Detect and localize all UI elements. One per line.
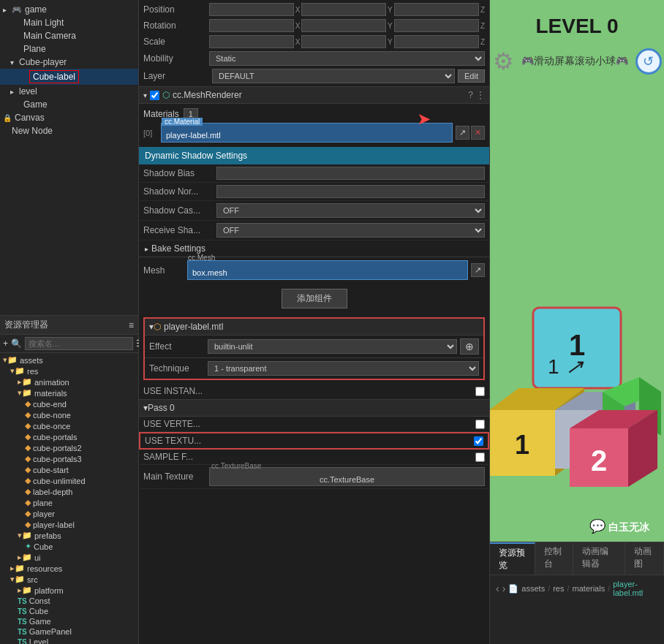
position-y-input[interactable]: 0 xyxy=(301,3,386,16)
material-locate-button[interactable]: ↗ xyxy=(456,126,469,140)
rotation-x-input[interactable]: 0 xyxy=(209,19,294,32)
asset-menu-icon[interactable]: ≡ xyxy=(129,320,134,330)
asset-search-input[interactable] xyxy=(25,337,133,350)
shadow-bias-input[interactable]: 0 xyxy=(216,167,485,180)
asset-item-const[interactable]: TS Const xyxy=(0,596,138,606)
tab-animation-editor[interactable]: 动画编辑器 xyxy=(573,542,625,575)
rotation-z-input[interactable]: 0 xyxy=(394,19,479,32)
asset-item-materials[interactable]: ▾📁 materials xyxy=(0,387,138,398)
mesh-renderer-header[interactable]: ▾ ⬡ cc.MeshRenderer ? ⋮ xyxy=(139,87,489,104)
nav-back-arrow[interactable]: ‹ xyxy=(496,583,499,594)
use-instan-label: USE INSTAN... xyxy=(143,386,475,396)
add-component-button[interactable]: 添加组件 xyxy=(282,289,347,308)
mobility-select[interactable]: Static xyxy=(209,51,485,66)
asset-item-cube-none[interactable]: ◆ cube-none xyxy=(0,409,138,420)
tree-item-game2[interactable]: Game xyxy=(0,98,138,111)
asset-item-label-depth[interactable]: ◆ label-depth xyxy=(0,486,138,497)
inspector-panel: Position 0 X 0 Y 0 Z Rotation xyxy=(139,0,490,644)
asset-item-cube-once[interactable]: ◆ cube-once xyxy=(0,420,138,431)
nav-forward-arrow[interactable]: › xyxy=(502,583,506,594)
asset-item-platform[interactable]: ▸📁 platform xyxy=(0,585,138,596)
mesh-field: cc.Mesh box.mesh xyxy=(187,260,468,280)
mesh-locate-button[interactable]: ↗ xyxy=(471,263,485,277)
tab-assets-preview[interactable]: 资源预览 xyxy=(490,542,535,575)
layer-select[interactable]: DEFAULT xyxy=(212,69,455,83)
use-textu-label: USE TEXTU... xyxy=(145,436,474,446)
asset-item-game-ts[interactable]: TS Game xyxy=(0,616,138,626)
tree-item-plane[interactable]: Plane xyxy=(0,42,138,56)
tab-control-panel[interactable]: 控制台 xyxy=(535,542,574,575)
asset-item-player-label[interactable]: ◆ player-label xyxy=(0,519,138,530)
mesh-renderer-checkbox[interactable] xyxy=(150,91,159,100)
tree-item-level[interactable]: ▸ level xyxy=(0,85,138,98)
effect-select[interactable]: builtin-unlit builtin-standard xyxy=(208,339,457,354)
asset-item-animation[interactable]: ▸📁 animation xyxy=(0,376,138,387)
breadcrumb-current-file[interactable]: player-label.mtl xyxy=(613,580,658,597)
position-x-input[interactable]: 0 xyxy=(209,3,294,16)
asset-item-cube-ts[interactable]: TS Cube xyxy=(0,606,138,616)
position-z-input[interactable]: 0 xyxy=(394,3,479,16)
asset-item-cube-portals[interactable]: ◆ cube-portals xyxy=(0,431,138,442)
asset-item-res[interactable]: ▾📁 res xyxy=(0,365,138,376)
asset-item-level[interactable]: TS Level xyxy=(0,637,138,644)
folder-icon: ▾📁 xyxy=(18,388,32,398)
rotation-y-field: -90 Y xyxy=(301,19,392,32)
asset-item-assets[interactable]: ▾📁 assets xyxy=(0,355,138,365)
technique-select[interactable]: 0 - opaque 1 - transparent xyxy=(208,361,479,376)
breadcrumb-res[interactable]: res xyxy=(553,584,564,593)
chevron-down-icon: ▾ xyxy=(143,91,147,99)
component-menu-icon[interactable]: ⋮ xyxy=(476,90,485,100)
shadow-cas-select[interactable]: OFF ON xyxy=(216,203,485,218)
material-icon: ◆ xyxy=(25,476,31,485)
use-verte-checkbox[interactable] xyxy=(475,420,485,429)
red-arrow-icon: ➤ xyxy=(418,110,430,128)
rotation-y-input[interactable]: -90 xyxy=(301,19,386,32)
asset-item-plane[interactable]: ◆ plane xyxy=(0,497,138,508)
use-textu-checkbox[interactable] xyxy=(474,436,483,446)
layer-edit-button[interactable]: Edit xyxy=(458,69,485,83)
tree-item-main-camera[interactable]: Main Camera xyxy=(0,29,138,42)
asset-item-src[interactable]: ▾📁 src xyxy=(0,574,138,585)
asset-item-cube-portals3[interactable]: ◆ cube-portals3 xyxy=(0,453,138,464)
tree-item-game[interactable]: ▸ 🎮 game xyxy=(0,3,138,16)
tree-item-new-node[interactable]: New Node xyxy=(0,124,138,137)
asset-item-gamepanel[interactable]: TS GamePanel xyxy=(0,626,138,637)
asset-manager: 资源管理器 ≡ + 🔍 ☰ ↻ ▾📁 assets ▾📁 res ▸📁 anim… xyxy=(0,315,138,644)
tree-item-cube-player[interactable]: ▾ Cube-player xyxy=(0,56,138,69)
material-icon: ◆ xyxy=(25,520,31,529)
breadcrumb-assets[interactable]: assets xyxy=(521,584,545,593)
dynamic-shadow-header[interactable]: Dynamic Shadow Settings xyxy=(139,147,489,164)
asset-item-cube-portals2[interactable]: ◆ cube-portals2 xyxy=(0,442,138,453)
asset-item-resources[interactable]: ▸📁 resources xyxy=(0,563,138,574)
scale-fields: 1.1 X 1.1 Y 1.1 Z xyxy=(209,35,485,48)
help-icon[interactable]: ? xyxy=(468,90,473,100)
asset-item-cube-end[interactable]: ◆ cube-end xyxy=(0,398,138,409)
mtl-header[interactable]: ▾ ⬡ player-label.mtl xyxy=(145,319,483,335)
sample-f-checkbox[interactable] xyxy=(475,452,485,462)
asset-item-cube-prefab[interactable]: ✦ Cube xyxy=(0,541,138,552)
effect-add-button[interactable]: ⊕ xyxy=(460,338,479,355)
texture-value: cc.TextureBase xyxy=(320,475,374,484)
scale-z-input[interactable]: 1.1 xyxy=(394,35,479,48)
receive-sha-select[interactable]: OFF ON xyxy=(216,223,485,238)
asset-item-player[interactable]: ◆ player xyxy=(0,508,138,519)
tree-item-cube-label[interactable]: Cube-label xyxy=(0,69,138,85)
material-delete-button[interactable]: ✕ xyxy=(471,126,485,140)
shadow-nor-input[interactable]: 0 xyxy=(216,185,485,198)
sample-f-row: SAMPLE F... xyxy=(139,450,489,465)
breadcrumb-materials[interactable]: materials xyxy=(573,584,605,593)
tab-animation-graph[interactable]: 动画图 xyxy=(625,542,664,575)
tree-item-main-light[interactable]: Main Light xyxy=(0,16,138,29)
add-asset-icon[interactable]: + xyxy=(3,338,8,349)
asset-item-ui[interactable]: ▸📁 ui xyxy=(0,552,138,563)
mesh-name: box.mesh xyxy=(192,268,227,277)
scale-y-input[interactable]: 1.1 xyxy=(301,35,386,48)
asset-item-cube-unlimited[interactable]: ◆ cube-unlimited xyxy=(0,475,138,486)
pass-header[interactable]: ▾ Pass 0 xyxy=(139,400,489,417)
rotation-row: Rotation 0 X -90 Y 0 Z xyxy=(143,19,485,32)
asset-item-prefabs[interactable]: ▾📁 prefabs xyxy=(0,530,138,541)
asset-item-cube-start[interactable]: ◆ cube-start xyxy=(0,464,138,475)
tree-item-canvas[interactable]: 🔒 Canvas xyxy=(0,111,138,124)
use-instan-checkbox[interactable] xyxy=(475,387,485,396)
scale-x-input[interactable]: 1.1 xyxy=(209,35,294,48)
